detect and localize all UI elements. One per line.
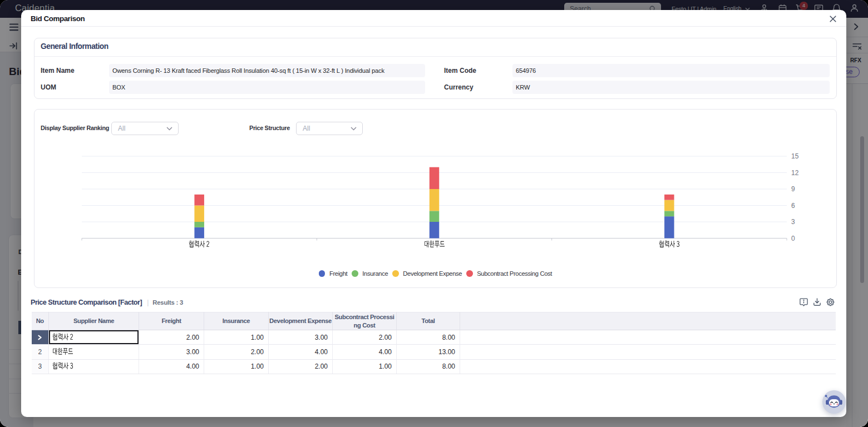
table-row[interactable]: 2.001.003.002.008.00 (32, 330, 836, 345)
supplier-name-cell[interactable] (49, 345, 139, 359)
column-header[interactable]: Freight (139, 312, 204, 330)
info-tooltip-icon[interactable] (799, 297, 808, 307)
column-header[interactable]: Development Expense (269, 312, 333, 330)
uom-value[interactable]: BOX (109, 81, 425, 94)
table-toolbar (799, 297, 835, 307)
legend-label: Development Expense (403, 270, 462, 277)
item-code-value[interactable]: 654976 (512, 64, 830, 77)
legend-dot (352, 270, 358, 277)
filler-cell (460, 345, 836, 359)
value-cell[interactable]: 2.00 (269, 359, 333, 374)
column-header[interactable]: Total (397, 312, 460, 330)
chevron-down-icon (166, 127, 172, 131)
item-code-label: Item Code (444, 64, 476, 77)
price-structure-select[interactable]: All (296, 122, 363, 135)
value-cell[interactable]: 1.00 (204, 359, 269, 374)
legend-label: Subcontract Processing Cost (477, 270, 552, 277)
results-count: Results : 3 (152, 299, 183, 306)
selected-row-indicator[interactable] (32, 330, 49, 345)
legend-label: Freight (329, 270, 347, 277)
value-cell[interactable]: 4.00 (269, 345, 333, 359)
currency-value[interactable]: KRW (512, 81, 830, 94)
svg-text:9: 9 (791, 185, 795, 193)
price-structure-table: NoSupplier NameFreightInsuranceDevelopme… (32, 312, 836, 374)
column-header[interactable]: No (32, 312, 49, 330)
ranking-select[interactable]: All (111, 122, 179, 135)
ranking-value: All (118, 125, 125, 132)
chart-card: Display Supplier Ranking All Price Struc… (34, 109, 837, 288)
supplier-name-cell[interactable] (49, 359, 139, 374)
value-cell[interactable]: 3.00 (269, 330, 333, 345)
chevron-down-icon (351, 127, 357, 131)
general-information-card: General Information Item Name Owens Corn… (34, 38, 837, 99)
table-row[interactable]: 23.002.004.004.0013.00 (32, 345, 836, 359)
value-cell[interactable]: 1.00 (333, 359, 397, 374)
value-cell[interactable]: 13.00 (397, 345, 460, 359)
row-number[interactable]: 2 (32, 345, 49, 359)
chatbot-button[interactable] (822, 390, 846, 414)
value-cell[interactable]: 2.00 (204, 345, 269, 359)
stacked-bar-chart: 03691215 (56, 148, 813, 254)
column-header[interactable]: Supplier Name (49, 312, 139, 330)
divider: | (147, 299, 149, 306)
bid-comparison-modal: Bid Comparison General Information Item … (21, 10, 846, 417)
ranking-label: Display Supplier Ranking (41, 121, 109, 135)
legend-item[interactable]: Development Expense (392, 270, 462, 277)
legend-item[interactable]: Subcontract Processing Cost (466, 270, 552, 277)
legend-item[interactable]: Freight (319, 270, 347, 277)
column-header[interactable]: Subcontract Processing Cost (333, 312, 397, 330)
supplier-name-text (52, 360, 139, 374)
table-header-row: NoSupplier NameFreightInsuranceDevelopme… (32, 312, 836, 330)
supplier-name-text (52, 345, 139, 359)
chart-legend: FreightInsuranceDevelopment ExpenseSubco… (34, 270, 836, 277)
value-cell[interactable]: 4.00 (333, 345, 397, 359)
filler-cell (460, 330, 836, 345)
currency-label: Currency (444, 81, 474, 94)
row-number[interactable]: 3 (32, 359, 49, 374)
settings-gear-icon[interactable] (826, 297, 835, 307)
value-cell[interactable]: 8.00 (397, 359, 460, 374)
table-section-title: Price Structure Comparison [Factor] (31, 299, 142, 306)
item-name-label: Item Name (41, 64, 75, 77)
modal-title: Bid Comparison (31, 14, 85, 23)
filler-cell (460, 359, 836, 374)
download-icon[interactable] (812, 297, 822, 307)
uom-label: UOM (41, 81, 56, 94)
svg-text:0: 0 (791, 235, 795, 242)
svg-text:3: 3 (791, 218, 795, 226)
item-name-value[interactable]: Owens Corning R- 13 Kraft faced Fibergla… (109, 64, 425, 77)
value-cell[interactable]: 1.00 (204, 330, 269, 345)
supplier-name-text (52, 330, 139, 344)
divider (34, 56, 836, 57)
svg-text:12: 12 (791, 169, 799, 177)
supplier-name-cell[interactable] (49, 330, 139, 345)
table-row[interactable]: 34.001.002.001.008.00 (32, 359, 836, 374)
app-screen: Caidentia Search Festo | IT | Admin Engl… (0, 0, 868, 427)
value-cell[interactable]: 2.00 (139, 330, 204, 345)
value-cell[interactable]: 2.00 (333, 330, 397, 345)
legend-label: Insurance (362, 270, 388, 277)
price-structure-label: Price Structure (249, 121, 290, 135)
modal-header: Bid Comparison (21, 10, 846, 27)
legend-dot (466, 270, 473, 277)
chevron-right-icon (37, 335, 42, 340)
column-header[interactable]: Insurance (204, 312, 269, 330)
legend-dot (319, 270, 326, 277)
svg-text:6: 6 (791, 202, 795, 210)
section-title: General Information (41, 42, 108, 51)
legend-item[interactable]: Insurance (352, 270, 388, 277)
column-header-filler (460, 312, 836, 330)
close-icon[interactable] (828, 14, 837, 23)
chatbot-robot-icon (822, 390, 846, 414)
value-cell[interactable]: 3.00 (139, 345, 204, 359)
svg-text:15: 15 (791, 152, 799, 160)
value-cell[interactable]: 4.00 (139, 359, 204, 374)
legend-dot (392, 270, 399, 277)
value-cell[interactable]: 8.00 (397, 330, 460, 345)
table-section-header: Price Structure Comparison [Factor] | Re… (31, 297, 183, 307)
price-structure-value: All (303, 125, 310, 132)
